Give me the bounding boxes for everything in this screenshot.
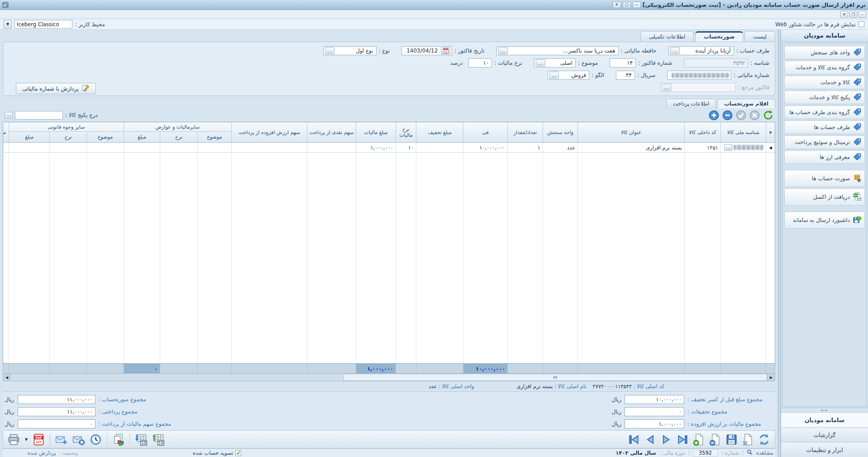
next-record-button[interactable]: [660, 433, 672, 446]
party-input[interactable]: آریانا پرداز آینده…: [668, 46, 734, 55]
sidebar-item[interactable]: پکیج کالا و خدمات: [784, 91, 865, 104]
cell-internal_code[interactable]: ۱۲۵۱: [684, 143, 720, 152]
refresh-record-button[interactable]: [758, 433, 770, 446]
column-header-other_tax_amount[interactable]: مبلغ: [124, 132, 160, 142]
item-tab[interactable]: اقلام صورتحساب: [717, 99, 775, 108]
previous-record-button[interactable]: [644, 433, 656, 446]
export-rows-button[interactable]: 10: [152, 433, 164, 446]
dots-button[interactable]: …: [536, 59, 545, 67]
confirm-button[interactable]: [736, 110, 746, 120]
reference-invoice-input[interactable]: …: [660, 83, 736, 92]
tab-لیست[interactable]: لیست: [744, 31, 775, 42]
remove-record-button[interactable]: [709, 433, 721, 446]
invoice-number-input[interactable]: ۱۴: [610, 58, 636, 67]
dots-button[interactable]: …: [549, 72, 559, 79]
cell-product_title[interactable]: بسته نرم افزاری: [577, 143, 684, 152]
cell-other_tax_rate[interactable]: [160, 143, 197, 152]
tax-number-input[interactable]: [667, 71, 731, 80]
column-header-product_national_id[interactable]: شناسه ملی کالا: [720, 122, 766, 142]
save-record-button[interactable]: [725, 433, 738, 446]
invoice-date-input[interactable]: 121403/04/12: [401, 46, 452, 55]
dots-button[interactable]: …: [670, 47, 680, 54]
new-record-button[interactable]: [693, 433, 705, 446]
cell-legal_amount[interactable]: [9, 143, 49, 152]
column-header-qty[interactable]: تعداد/مقدار: [507, 122, 543, 142]
cell-cut[interactable]: [3, 143, 9, 152]
total-discounts-field[interactable]: ۰: [625, 407, 684, 416]
mdi-minimize-icon[interactable]: –: [858, 11, 866, 18]
sidebar-item[interactable]: گروه بندی طرف حساب ها: [784, 106, 865, 119]
import-rows-button[interactable]: 10: [135, 433, 147, 446]
column-header-other_tax_rate[interactable]: نرخ: [160, 132, 197, 142]
sidebar-item[interactable]: طرف حساب ها: [784, 120, 865, 134]
calendar-icon[interactable]: 12: [441, 47, 450, 54]
total-before-discount-field[interactable]: ۱۰,۰۰۰,۰۰۰: [625, 395, 684, 404]
search-icon[interactable]: [747, 449, 753, 457]
serial-input[interactable]: ۴۴: [616, 71, 635, 80]
export-pdf-button[interactable]: PDF: [33, 433, 45, 446]
maximize-icon[interactable]: ▢: [623, 2, 631, 8]
column-header-cut[interactable]: می: [3, 122, 9, 142]
column-header-legal_amount[interactable]: مبلغ: [9, 132, 49, 142]
dots-button[interactable]: …: [662, 84, 671, 91]
sidebar-item[interactable]: کالا و خدمات: [784, 76, 865, 89]
subject-input[interactable]: اصلی…: [534, 58, 576, 67]
settled-checkbox[interactable]: [235, 450, 241, 456]
cell-tax_amount[interactable]: ۱,۰۰۰,۰۰۰: [356, 143, 396, 152]
send-email-button[interactable]: [55, 433, 67, 446]
cell-vat_share[interactable]: [231, 143, 307, 152]
chevron-down-icon[interactable]: ▼: [4, 20, 12, 29]
print-options-dropdown[interactable]: ▼: [25, 438, 28, 442]
scroll-left-icon[interactable]: ◀: [3, 374, 11, 381]
column-header-cash_share[interactable]: سهم نقدی از پرداخت: [307, 122, 356, 142]
print-button[interactable]: [8, 433, 20, 446]
column-header-legal_subject[interactable]: موضوع: [86, 132, 124, 142]
column-header-price[interactable]: فی: [463, 122, 507, 142]
column-header-other_tax_subject[interactable]: موضوع: [197, 132, 231, 142]
cell-unit[interactable]: عدد: [543, 143, 577, 152]
insert-package-dots-button[interactable]: …: [5, 112, 13, 119]
floating-forms-checkbox[interactable]: [858, 21, 864, 27]
total-payment-tax-share-field[interactable]: ۰: [18, 419, 95, 428]
sidebar-item[interactable]: واحد های سنجش: [784, 46, 865, 59]
sidebar-section-item[interactable]: گزارشات: [781, 427, 868, 442]
dots-button[interactable]: …: [498, 47, 508, 54]
column-header-indicator[interactable]: ▾: [766, 122, 775, 142]
column-header-unit[interactable]: واحد سنجش: [543, 122, 577, 142]
scrollbar-thumb[interactable]: ▮▮: [343, 374, 767, 381]
total-paid-field[interactable]: ۱۱,۰۰۰,۰۰۰: [18, 407, 95, 416]
table-row[interactable]: ◀…۱۲۵۱بسته نرم افزاریعدد۱۱۰,۰۰۰,۰۰۰۱۰۱,۰…: [3, 143, 775, 153]
sidebar-item[interactable]: داشبورد ارسال به سامانه: [784, 212, 865, 229]
minimize-icon[interactable]: —: [633, 2, 641, 8]
cancel-button[interactable]: [749, 110, 760, 120]
sidebar-splitter[interactable]: [778, 30, 781, 457]
tab-اطلاعات تکمیلی[interactable]: اطلاعات تکمیلی: [640, 31, 694, 42]
column-header-tax_rate[interactable]: نرخ مالیات: [396, 122, 416, 142]
remove-row-button[interactable]: [722, 110, 733, 120]
user-environment-select[interactable]: Iceberg Classico: [14, 20, 72, 29]
sidebar-item[interactable]: صورت حساب ها: [784, 170, 865, 187]
cell-legal_subject[interactable]: [86, 143, 124, 152]
sidebar-item[interactable]: XLSدریافت از اکسل: [784, 188, 865, 206]
add-row-button[interactable]: [709, 110, 719, 120]
cell-other_tax_amount[interactable]: [124, 143, 160, 152]
column-header-vat_share[interactable]: سهم ارزش افزوده از پرداخت: [231, 122, 307, 142]
dots-button[interactable]: …: [325, 47, 334, 54]
column-header-discount[interactable]: مبلغ تخفیف: [416, 122, 463, 142]
cell-discount[interactable]: [416, 143, 463, 152]
cell-other_tax_subject[interactable]: [197, 143, 231, 152]
mdi-restore-icon[interactable]: ❐: [849, 11, 857, 18]
history-button[interactable]: [90, 433, 102, 446]
scroll-right-icon[interactable]: ▶: [767, 374, 775, 381]
cell-price[interactable]: ۱۰,۰۰۰,۰۰۰: [463, 143, 507, 152]
type-input[interactable]: نوع اول…: [323, 46, 377, 55]
dots-button[interactable]: …: [724, 144, 732, 151]
horizontal-scrollbar[interactable]: ◀ ▮▮ ▶: [3, 374, 775, 381]
cell-product_national_id[interactable]: …: [720, 143, 766, 152]
item-tab[interactable]: اطلاعات پرداخت: [666, 99, 716, 108]
pattern-input[interactable]: فروش…: [548, 71, 589, 80]
sidebar-item[interactable]: معرفی ارز ها: [784, 150, 865, 164]
last-record-button[interactable]: [677, 433, 689, 446]
cell-legal_rate[interactable]: [49, 143, 86, 152]
delete-email-button[interactable]: [72, 433, 85, 446]
